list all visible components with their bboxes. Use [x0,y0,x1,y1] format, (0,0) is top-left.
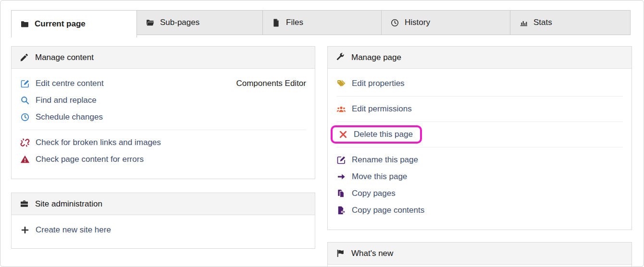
link-copy-pages[interactable]: Copy pages [336,185,623,202]
edit-icon [336,155,346,165]
users-icon [336,104,346,114]
tab-label: Files [286,18,303,27]
editor-type-label: Components Editor [236,79,306,88]
delete-highlight-box: Delete this page [331,125,422,144]
manage-page-header: Manage page [328,47,632,69]
link-move-this-page[interactable]: Move this page [336,168,623,185]
tab-files[interactable]: Files [262,10,382,35]
divider [336,96,623,97]
link-label: Schedule changes [36,112,103,122]
divider [336,121,623,122]
pencil-icon [20,53,29,62]
warning-icon [20,155,30,164]
link-label: Copy pages [352,189,396,198]
tab-label: History [405,18,430,27]
link-label: Find and replace [36,96,97,105]
briefcase-icon [20,199,29,208]
stats-icon [519,18,528,27]
folder-icon [20,20,29,29]
search-icon [20,96,30,105]
tab-current-page[interactable]: Current page [11,10,137,37]
tab-label: Current page [35,19,86,29]
link-edit-centre-content[interactable]: Edit centre content Components Editor [20,75,306,92]
whats-new-panel: What's new [327,242,632,267]
manage-page-body: Edit properties Edit permissions Delete … [328,69,632,218]
link-edit-permissions[interactable]: Edit permissions [336,100,623,117]
arrow-right-icon [336,172,346,182]
link-label: Check page content for errors [36,155,144,164]
panel-title: What's new [351,249,393,258]
link-label: Rename this page [352,155,418,165]
link-label: Edit centre content [36,79,104,88]
tab-label: Stats [533,18,552,27]
file-export-icon [336,206,346,215]
folder-open-icon [146,18,155,27]
link-check-broken-links[interactable]: Check for broken links and images [20,134,306,151]
site-administration-header: Site administration [12,193,315,215]
copy-icon [336,189,346,198]
tab-history[interactable]: History [381,10,510,35]
link-copy-page-contents[interactable]: Copy page contents [336,202,623,218]
flag-icon [336,249,345,258]
link-rename-this-page[interactable]: Rename this page [336,151,623,168]
file-icon [272,18,281,27]
link-label: Edit permissions [352,104,412,114]
cms-admin-screen: Current page Sub-pages Files History Sta… [0,0,644,267]
panel-title: Manage page [351,53,401,62]
panel-title: Manage content [35,53,94,62]
link-label: Delete this page [354,130,413,139]
tags-icon [336,79,346,88]
manage-content-header: Manage content [12,47,315,69]
x-icon [338,130,348,139]
site-administration-panel: Site administration Create new site here [11,193,315,249]
manage-content-panel: Manage content Edit centre content Compo… [11,46,315,179]
link-label: Check for broken links and images [36,138,161,147]
site-administration-body: Create new site here [12,215,315,238]
divider [20,130,306,130]
broken-link-icon [20,138,30,147]
link-create-new-site[interactable]: Create new site here [20,221,306,238]
link-label: Edit properties [352,79,405,88]
manage-page-panel: Manage page Edit properties Edit permiss… [327,46,632,230]
wrench-icon [336,53,345,62]
link-edit-properties[interactable]: Edit properties [336,75,623,92]
plus-icon [20,225,30,235]
whats-new-header: What's new [328,243,632,265]
link-label: Move this page [352,172,407,182]
tab-bar: Current page Sub-pages Files History Sta… [11,10,632,37]
tab-stats[interactable]: Stats [510,10,631,35]
link-find-and-replace[interactable]: Find and replace [20,92,306,109]
edit-icon [20,79,30,88]
manage-content-body: Edit centre content Components Editor Fi… [12,69,315,168]
tab-label: Sub-pages [160,18,199,27]
link-schedule-changes[interactable]: Schedule changes [20,109,306,125]
link-label: Create new site here [36,225,111,235]
link-delete-this-page[interactable]: Delete this page [336,126,623,143]
clock-icon [390,18,399,27]
divider [336,147,623,147]
link-check-page-errors[interactable]: Check page content for errors [20,151,306,168]
panel-title: Site administration [35,199,102,209]
clock-icon [20,112,30,122]
tab-sub-pages[interactable]: Sub-pages [136,10,263,35]
link-label: Copy page contents [352,206,424,215]
